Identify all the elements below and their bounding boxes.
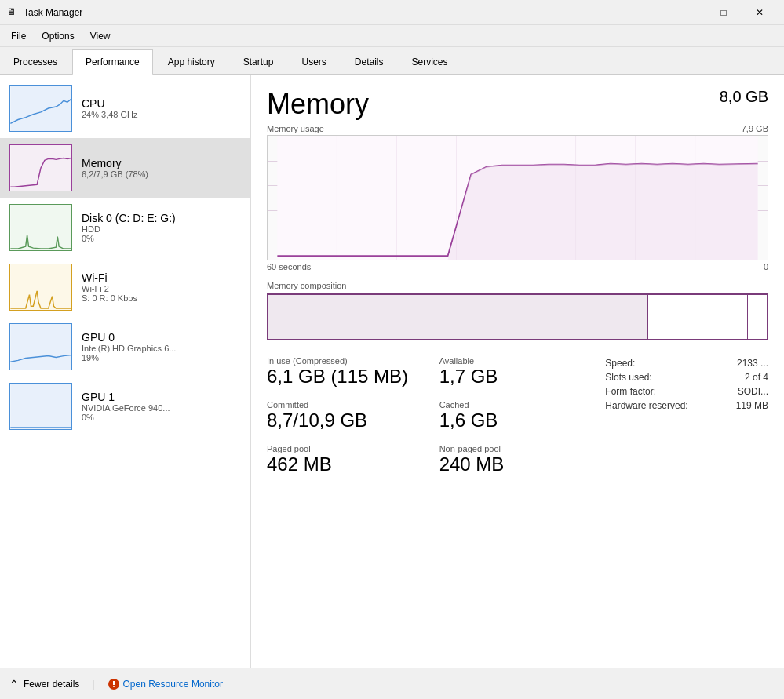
tab-users[interactable]: Users: [288, 49, 339, 74]
composition-section: Memory composition: [267, 281, 768, 340]
wifi-chart: [9, 264, 72, 311]
form-value: SODI...: [738, 386, 768, 397]
right-stats: Speed: 2133 ... Slots used: 2 of 4 Form …: [605, 356, 768, 475]
svg-rect-3: [10, 264, 71, 310]
stat-available-label: Available: [439, 356, 593, 366]
stat-cached-value: 1,6 GB: [439, 410, 593, 431]
bottom-bar: ⌃ Fewer details | Open Resource Monitor: [0, 668, 784, 699]
stats-container: In use (Compressed) 6,1 GB (115 MB) Avai…: [267, 356, 768, 475]
graph-time-end: 0: [764, 262, 768, 271]
open-resource-monitor-label: Open Resource Monitor: [123, 679, 223, 690]
memory-sub: 6,2/7,9 GB (78%): [82, 169, 241, 179]
memory-graph-svg: [268, 136, 768, 260]
disk-sub: HDD: [82, 224, 241, 234]
stat-nonpaged-pool-value: 240 MB: [439, 453, 593, 475]
comp-cached: [647, 295, 749, 339]
slots-value: 2 of 4: [745, 372, 768, 383]
stat-paged-pool-value: 462 MB: [267, 453, 421, 475]
stat-nonpaged-pool-label: Non-paged pool: [439, 444, 593, 453]
minimize-button[interactable]: —: [669, 0, 706, 25]
graph-time-start: 60 seconds: [267, 262, 311, 271]
composition-bar: [267, 293, 768, 340]
tab-processes[interactable]: Processes: [0, 49, 71, 74]
open-resource-monitor-link[interactable]: Open Resource Monitor: [108, 678, 223, 690]
speed-value: 2133 ...: [737, 358, 768, 369]
fewer-details-label: Fewer details: [24, 679, 79, 690]
disk-pct: 0%: [82, 234, 241, 243]
form-row: Form factor: SODI...: [605, 384, 768, 399]
maximize-button[interactable]: □: [706, 0, 742, 25]
title-bar-title: Task Manager: [24, 7, 82, 18]
gpu0-pct: 19%: [82, 353, 241, 362]
stats-grid: In use (Compressed) 6,1 GB (115 MB) Avai…: [267, 356, 593, 475]
svg-rect-5: [10, 384, 71, 429]
tab-startup[interactable]: Startup: [230, 49, 287, 74]
wifi-name: Wi-Fi: [82, 271, 241, 284]
sidebar-item-cpu[interactable]: CPU 24% 3,48 GHz: [0, 78, 250, 138]
title-bar-left: 🖥 Task Manager: [6, 6, 82, 19]
tab-performance[interactable]: Performance: [72, 49, 153, 75]
svg-rect-2: [10, 205, 71, 250]
fewer-details-button[interactable]: ⌃ Fewer details: [9, 678, 79, 690]
stat-committed-value: 8,7/10,9 GB: [267, 410, 421, 431]
slots-row: Slots used: 2 of 4: [605, 370, 768, 384]
title-bar: 🖥 Task Manager — □ ✕: [0, 0, 784, 25]
stat-paged-pool: Paged pool 462 MB: [267, 444, 421, 475]
gpu1-name: GPU 1: [82, 391, 241, 403]
gpu0-chart: [9, 323, 72, 370]
sidebar-item-disk[interactable]: Disk 0 (C: D: E: G:) HDD 0%: [0, 198, 250, 257]
cpu-chart: [9, 85, 72, 132]
cpu-info: CPU 24% 3,48 GHz: [82, 97, 241, 119]
left-stats: In use (Compressed) 6,1 GB (115 MB) Avai…: [267, 356, 593, 475]
stat-committed-label: Committed: [267, 400, 421, 410]
memory-chart: [9, 144, 72, 191]
stat-available-value: 1,7 GB: [439, 366, 593, 388]
resource-monitor-icon: [108, 678, 120, 690]
menu-file[interactable]: File: [3, 27, 34, 45]
menu-bar: File Options View: [0, 25, 784, 47]
gpu1-chart: [9, 383, 72, 430]
svg-rect-0: [10, 86, 71, 131]
graph-section: Memory usage 7,9 GB: [267, 124, 768, 271]
tab-details[interactable]: Details: [341, 49, 397, 74]
stat-nonpaged-pool: Non-paged pool 240 MB: [439, 444, 593, 475]
sidebar-item-memory[interactable]: Memory 6,2/7,9 GB (78%): [0, 138, 250, 198]
stat-cached: Cached 1,6 GB: [439, 400, 593, 431]
graph-max: 7,9 GB: [742, 124, 768, 133]
separator: |: [92, 679, 94, 690]
chevron-up-icon: ⌃: [9, 678, 19, 690]
cpu-name: CPU: [82, 97, 241, 110]
panel-size: 8,0 GB: [720, 88, 768, 106]
comp-in-use: [268, 295, 647, 339]
stat-cached-label: Cached: [439, 400, 593, 410]
stat-in-use-value: 6,1 GB (115 MB): [267, 366, 421, 388]
gpu0-info: GPU 0 Intel(R) HD Graphics 6... 19%: [82, 331, 241, 362]
stat-available: Available 1,7 GB: [439, 356, 593, 388]
menu-view[interactable]: View: [82, 27, 119, 45]
disk-name: Disk 0 (C: D: E: G:): [82, 212, 241, 224]
cpu-sub: 24% 3,48 GHz: [82, 110, 241, 119]
menu-options[interactable]: Options: [34, 27, 82, 45]
graph-label-row: Memory usage 7,9 GB: [267, 124, 768, 133]
wifi-info: Wi-Fi Wi-Fi 2 S: 0 R: 0 Kbps: [82, 271, 241, 303]
disk-info: Disk 0 (C: D: E: G:) HDD 0%: [82, 212, 241, 243]
gpu0-name: GPU 0: [82, 331, 241, 344]
gpu1-info: GPU 1 NVIDIA GeForce 940... 0%: [82, 391, 241, 422]
slots-label: Slots used:: [605, 372, 651, 383]
tab-services[interactable]: Services: [399, 49, 461, 74]
panel-header: Memory 8,0 GB: [267, 88, 768, 121]
tab-app-history[interactable]: App history: [155, 49, 228, 74]
tab-bar: Processes Performance App history Startu…: [0, 47, 784, 75]
stat-paged-pool-label: Paged pool: [267, 444, 421, 453]
hw-reserved-label: Hardware reserved:: [605, 400, 687, 411]
svg-point-17: [113, 686, 115, 687]
stat-in-use: In use (Compressed) 6,1 GB (115 MB): [267, 356, 421, 388]
speed-row: Speed: 2133 ...: [605, 356, 768, 370]
panel-title: Memory: [267, 88, 369, 121]
sidebar-item-gpu1[interactable]: GPU 1 NVIDIA GeForce 940... 0%: [0, 377, 250, 436]
form-label: Form factor:: [605, 386, 656, 397]
memory-name: Memory: [82, 157, 241, 169]
sidebar-item-wifi[interactable]: Wi-Fi Wi-Fi 2 S: 0 R: 0 Kbps: [0, 257, 250, 317]
sidebar-item-gpu0[interactable]: GPU 0 Intel(R) HD Graphics 6... 19%: [0, 317, 250, 377]
close-button[interactable]: ✕: [742, 0, 778, 25]
